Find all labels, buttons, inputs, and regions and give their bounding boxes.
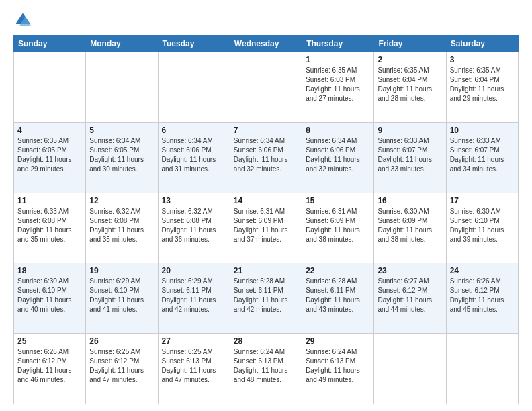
calendar-cell: 9Sunrise: 6:33 AM Sunset: 6:07 PM Daylig… <box>374 122 446 193</box>
day-info: Sunrise: 6:30 AM Sunset: 6:10 PM Dayligh… <box>17 277 82 314</box>
calendar-cell: 21Sunrise: 6:28 AM Sunset: 6:11 PM Dayli… <box>230 263 302 334</box>
calendar-cell <box>446 334 518 404</box>
calendar-header-thursday: Thursday <box>302 36 374 52</box>
day-info: Sunrise: 6:29 AM Sunset: 6:10 PM Dayligh… <box>89 277 154 314</box>
header <box>13 11 519 30</box>
day-info: Sunrise: 6:28 AM Sunset: 6:11 PM Dayligh… <box>234 277 298 314</box>
calendar-header-wednesday: Wednesday <box>230 36 302 52</box>
day-number: 28 <box>234 336 298 346</box>
day-number: 26 <box>89 336 154 346</box>
calendar-cell: 8Sunrise: 6:34 AM Sunset: 6:06 PM Daylig… <box>302 122 374 193</box>
day-number: 27 <box>162 336 226 346</box>
day-info: Sunrise: 6:34 AM Sunset: 6:05 PM Dayligh… <box>89 136 154 174</box>
calendar-header-tuesday: Tuesday <box>158 36 230 52</box>
calendar-week-row: 25Sunrise: 6:26 AM Sunset: 6:12 PM Dayli… <box>14 334 519 404</box>
calendar-cell: 13Sunrise: 6:32 AM Sunset: 6:08 PM Dayli… <box>158 193 230 263</box>
day-number: 10 <box>450 126 515 135</box>
day-number: 23 <box>378 266 442 275</box>
day-number: 19 <box>89 266 154 275</box>
calendar-cell: 10Sunrise: 6:33 AM Sunset: 6:07 PM Dayli… <box>446 122 518 193</box>
day-number: 18 <box>17 266 82 275</box>
calendar-cell: 27Sunrise: 6:25 AM Sunset: 6:13 PM Dayli… <box>158 334 230 404</box>
calendar-week-row: 4Sunrise: 6:35 AM Sunset: 6:05 PM Daylig… <box>14 122 519 193</box>
day-info: Sunrise: 6:31 AM Sunset: 6:09 PM Dayligh… <box>234 207 298 244</box>
calendar-cell: 26Sunrise: 6:25 AM Sunset: 6:12 PM Dayli… <box>86 334 158 404</box>
day-number: 2 <box>378 55 442 64</box>
day-number: 16 <box>378 196 442 205</box>
day-info: Sunrise: 6:25 AM Sunset: 6:13 PM Dayligh… <box>162 347 226 385</box>
day-info: Sunrise: 6:31 AM Sunset: 6:09 PM Dayligh… <box>306 207 370 244</box>
calendar-cell: 11Sunrise: 6:33 AM Sunset: 6:08 PM Dayli… <box>14 193 86 263</box>
day-info: Sunrise: 6:26 AM Sunset: 6:12 PM Dayligh… <box>450 277 515 314</box>
calendar-cell: 19Sunrise: 6:29 AM Sunset: 6:10 PM Dayli… <box>86 263 158 334</box>
day-info: Sunrise: 6:30 AM Sunset: 6:10 PM Dayligh… <box>450 207 515 244</box>
logo-icon <box>13 11 32 30</box>
day-info: Sunrise: 6:34 AM Sunset: 6:06 PM Dayligh… <box>306 136 370 174</box>
calendar-cell: 25Sunrise: 6:26 AM Sunset: 6:12 PM Dayli… <box>14 334 86 404</box>
calendar-header-sunday: Sunday <box>14 36 86 52</box>
calendar-header-saturday: Saturday <box>446 36 518 52</box>
day-info: Sunrise: 6:33 AM Sunset: 6:07 PM Dayligh… <box>378 136 442 174</box>
calendar-week-row: 11Sunrise: 6:33 AM Sunset: 6:08 PM Dayli… <box>14 193 519 263</box>
calendar-cell <box>14 52 86 123</box>
day-number: 8 <box>306 126 370 135</box>
calendar-cell <box>158 52 230 123</box>
day-number: 14 <box>234 196 298 205</box>
calendar-cell: 23Sunrise: 6:27 AM Sunset: 6:12 PM Dayli… <box>374 263 446 334</box>
day-info: Sunrise: 6:35 AM Sunset: 6:04 PM Dayligh… <box>450 66 515 103</box>
day-number: 7 <box>234 126 298 135</box>
day-info: Sunrise: 6:32 AM Sunset: 6:08 PM Dayligh… <box>162 207 226 244</box>
logo <box>13 11 35 30</box>
day-info: Sunrise: 6:24 AM Sunset: 6:13 PM Dayligh… <box>234 347 298 385</box>
day-info: Sunrise: 6:24 AM Sunset: 6:13 PM Dayligh… <box>306 347 370 385</box>
day-info: Sunrise: 6:26 AM Sunset: 6:12 PM Dayligh… <box>17 347 82 385</box>
calendar-cell: 7Sunrise: 6:34 AM Sunset: 6:06 PM Daylig… <box>230 122 302 193</box>
page: SundayMondayTuesdayWednesdayThursdayFrid… <box>0 0 532 411</box>
day-number: 13 <box>162 196 226 205</box>
calendar-cell: 2Sunrise: 6:35 AM Sunset: 6:04 PM Daylig… <box>374 52 446 123</box>
calendar-header-monday: Monday <box>86 36 158 52</box>
day-info: Sunrise: 6:35 AM Sunset: 6:05 PM Dayligh… <box>17 136 82 174</box>
day-number: 6 <box>162 126 226 135</box>
day-number: 17 <box>450 196 515 205</box>
day-number: 15 <box>306 196 370 205</box>
calendar-header-friday: Friday <box>374 36 446 52</box>
day-number: 5 <box>89 126 154 135</box>
calendar-cell: 3Sunrise: 6:35 AM Sunset: 6:04 PM Daylig… <box>446 52 518 123</box>
day-number: 11 <box>17 196 82 205</box>
calendar-cell: 29Sunrise: 6:24 AM Sunset: 6:13 PM Dayli… <box>302 334 374 404</box>
day-number: 20 <box>162 266 226 275</box>
calendar-week-row: 1Sunrise: 6:35 AM Sunset: 6:03 PM Daylig… <box>14 52 519 123</box>
day-info: Sunrise: 6:33 AM Sunset: 6:07 PM Dayligh… <box>450 136 515 174</box>
day-info: Sunrise: 6:33 AM Sunset: 6:08 PM Dayligh… <box>17 207 82 244</box>
day-info: Sunrise: 6:30 AM Sunset: 6:09 PM Dayligh… <box>378 207 442 244</box>
calendar-cell <box>374 334 446 404</box>
calendar-cell: 12Sunrise: 6:32 AM Sunset: 6:08 PM Dayli… <box>86 193 158 263</box>
day-info: Sunrise: 6:29 AM Sunset: 6:11 PM Dayligh… <box>162 277 226 314</box>
day-info: Sunrise: 6:27 AM Sunset: 6:12 PM Dayligh… <box>378 277 442 314</box>
day-number: 24 <box>450 266 515 275</box>
calendar-table: SundayMondayTuesdayWednesdayThursdayFrid… <box>13 35 519 404</box>
calendar-cell: 20Sunrise: 6:29 AM Sunset: 6:11 PM Dayli… <box>158 263 230 334</box>
day-number: 25 <box>17 336 82 346</box>
day-info: Sunrise: 6:35 AM Sunset: 6:04 PM Dayligh… <box>378 66 442 103</box>
calendar-cell: 14Sunrise: 6:31 AM Sunset: 6:09 PM Dayli… <box>230 193 302 263</box>
day-number: 22 <box>306 266 370 275</box>
calendar-cell: 22Sunrise: 6:28 AM Sunset: 6:11 PM Dayli… <box>302 263 374 334</box>
calendar-cell <box>86 52 158 123</box>
calendar-cell <box>230 52 302 123</box>
calendar-cell: 24Sunrise: 6:26 AM Sunset: 6:12 PM Dayli… <box>446 263 518 334</box>
day-info: Sunrise: 6:35 AM Sunset: 6:03 PM Dayligh… <box>306 66 370 103</box>
calendar-cell: 5Sunrise: 6:34 AM Sunset: 6:05 PM Daylig… <box>86 122 158 193</box>
day-number: 21 <box>234 266 298 275</box>
calendar-week-row: 18Sunrise: 6:30 AM Sunset: 6:10 PM Dayli… <box>14 263 519 334</box>
day-number: 4 <box>17 126 82 135</box>
calendar-cell: 18Sunrise: 6:30 AM Sunset: 6:10 PM Dayli… <box>14 263 86 334</box>
calendar-cell: 17Sunrise: 6:30 AM Sunset: 6:10 PM Dayli… <box>446 193 518 263</box>
calendar-cell: 1Sunrise: 6:35 AM Sunset: 6:03 PM Daylig… <box>302 52 374 123</box>
day-info: Sunrise: 6:28 AM Sunset: 6:11 PM Dayligh… <box>306 277 370 314</box>
day-number: 29 <box>306 336 370 346</box>
day-number: 1 <box>306 55 370 64</box>
calendar-header-row: SundayMondayTuesdayWednesdayThursdayFrid… <box>14 36 519 52</box>
calendar-cell: 4Sunrise: 6:35 AM Sunset: 6:05 PM Daylig… <box>14 122 86 193</box>
